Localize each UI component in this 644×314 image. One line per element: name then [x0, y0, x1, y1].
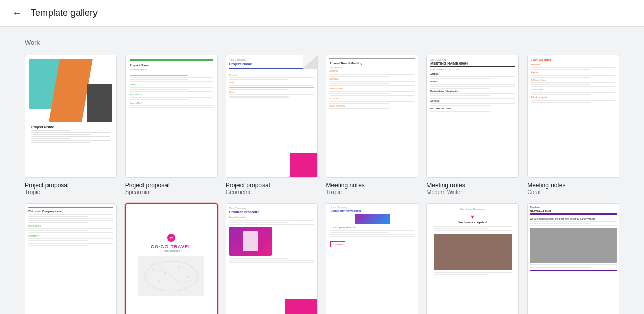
back-button[interactable]: ← [12, 7, 22, 19]
bro-company-sub: Tribal Brochure [162, 249, 180, 252]
template-name: Meeting notes [527, 182, 565, 189]
template-thumb-brochure-geo: Your Company Product Brochure Product Ov… [226, 203, 318, 314]
template-thumb-meet-modern: DISCUSSION MEETING NAME 09/04 IN ATTENDA… [426, 55, 519, 178]
template-sub: Geometric [226, 189, 252, 195]
template-sub: Tropic [25, 189, 40, 195]
template-onboard-spearmint[interactable]: Welcome to Company Name RESOURCES CONTAC… [25, 203, 117, 314]
page-title: Template gallery [31, 8, 98, 18]
template-thumb-brochure-mw: W GO·GO TRAVEL Tribal Brochure [125, 203, 218, 314]
badge: W [167, 234, 175, 242]
template-meet-modern[interactable]: DISCUSSION MEETING NAME 09/04 IN ATTENDA… [426, 55, 519, 195]
template-thumb-proj-tropic: Project Name [25, 55, 117, 178]
template-sub: Spearmint [125, 189, 151, 195]
header: ← Template gallery [0, 0, 644, 27]
bro-map [138, 256, 204, 296]
template-thumb-meet-tropic: Annual Board Meeting July 4th 2019 ATTEN… [326, 55, 418, 178]
template-thumb-newsletter-geo: Your Company Company Newsletter Lorem ip… [326, 203, 418, 314]
template-sub: Coral [527, 189, 540, 195]
templates-grid: Project Name Project proposal [25, 55, 619, 314]
template-name: Project proposal [226, 182, 270, 189]
bro-company-title: GO·GO TRAVEL [151, 244, 192, 249]
template-proj-spearmint[interactable]: Project Name 4th deadline (2019) GOALS R… [125, 55, 218, 195]
template-sub: Modern Writer [426, 189, 462, 195]
template-name: Project proposal [25, 182, 69, 189]
template-newsletter-lively[interactable]: GoodHeart Newsletter ♥ We have a surpris… [426, 203, 519, 314]
template-proj-geometric[interactable]: Your Company Project Name Overview Goals… [226, 55, 318, 195]
template-meet-tropic[interactable]: Annual Board Meeting July 4th 2019 ATTEN… [326, 55, 418, 195]
template-proj-tropic[interactable]: Project Name Project proposal [25, 55, 117, 195]
template-name: Meeting notes [326, 182, 364, 189]
template-thumb-newsletter-plum: Pro-Rise NEWSLETTER We are nominated for… [527, 203, 619, 314]
template-thumb-meet-coral: Team Meeting Attendees Sign-ins 1. Meeti… [527, 55, 619, 178]
template-thumb-proj-spearmint: Project Name 4th deadline (2019) GOALS R… [125, 55, 218, 178]
template-thumb-onboard: Welcome to Company Name RESOURCES CONTAC… [25, 203, 117, 314]
template-sub: Tropic [326, 189, 341, 195]
template-meet-coral[interactable]: Team Meeting Attendees Sign-ins 1. Meeti… [527, 55, 619, 195]
template-thumb-proj-geometric: Your Company Project Name Overview Goals… [226, 55, 318, 178]
template-newsletter-plum[interactable]: Pro-Rise NEWSLETTER We are nominated for… [527, 203, 619, 314]
template-thumb-newsletter-lively: GoodHeart Newsletter ♥ We have a surpris… [426, 203, 519, 314]
content-area: Work Project Name [0, 27, 644, 314]
template-newsletter-geo[interactable]: Your Company Company Newsletter Lorem ip… [326, 203, 418, 314]
section-label-work: Work [25, 39, 619, 46]
template-name: Project proposal [125, 182, 170, 189]
template-brochure-mw[interactable]: W GO·GO TRAVEL Tribal Brochure [125, 203, 218, 314]
template-name: Meeting notes [426, 182, 465, 189]
template-brochure-geo[interactable]: Your Company Product Brochure Product Ov… [226, 203, 318, 314]
thumb-text: Project Name [31, 125, 110, 129]
back-icon: ← [12, 7, 22, 19]
